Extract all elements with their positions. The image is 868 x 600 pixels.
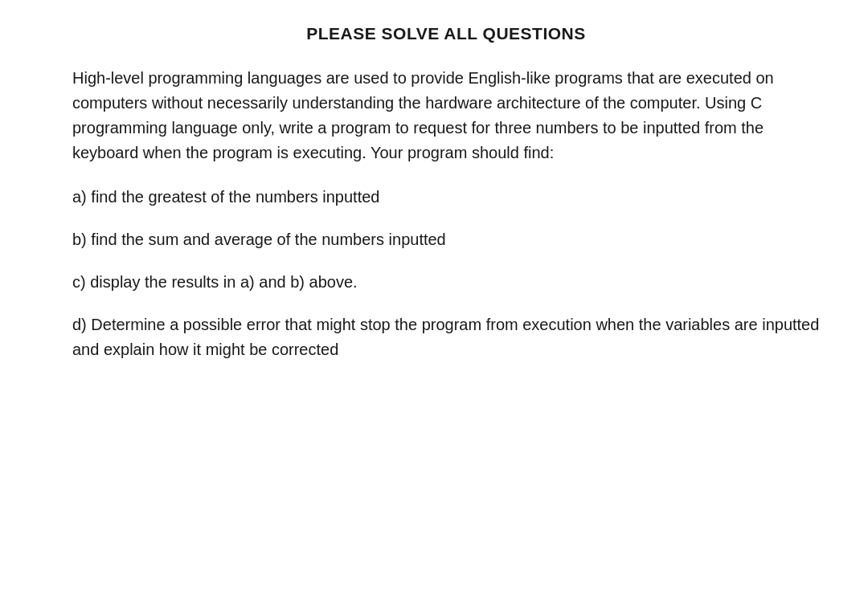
page-title: PLEASE SOLVE ALL QUESTIONS <box>72 24 820 43</box>
question-d: d) Determine a possible error that might… <box>72 312 820 362</box>
page-container: PLEASE SOLVE ALL QUESTIONS High-level pr… <box>0 0 868 600</box>
question-c: c) display the results in a) and b) abov… <box>72 270 820 295</box>
question-a: a) find the greatest of the numbers inpu… <box>72 185 820 210</box>
intro-paragraph: High-level programming languages are use… <box>72 66 820 165</box>
question-b: b) find the sum and average of the numbe… <box>72 227 820 252</box>
